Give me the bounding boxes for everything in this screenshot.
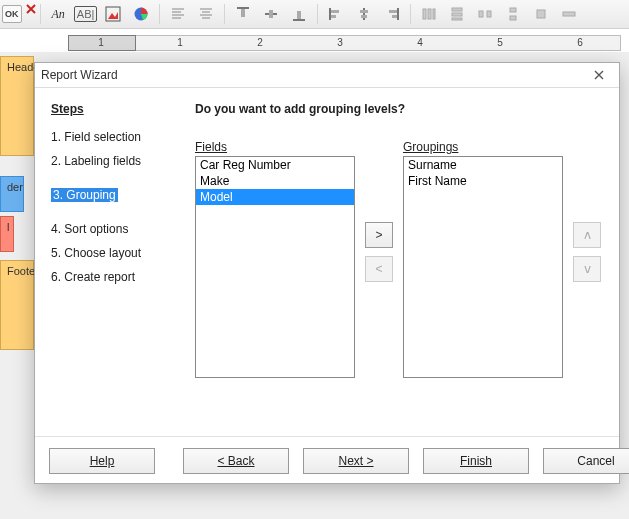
align-vcenter-icon[interactable]	[259, 2, 283, 26]
ruler-tick: 3	[337, 37, 343, 48]
align-hcenter-icon[interactable]	[352, 2, 376, 26]
band-page-footer[interactable]: Footer	[0, 260, 34, 350]
svg-rect-34	[510, 8, 516, 12]
groupings-listbox[interactable]: SurnameFirst Name	[403, 156, 563, 378]
ok-icon[interactable]: OK	[2, 5, 22, 23]
image-placeholder-icon[interactable]	[101, 2, 125, 26]
next-button[interactable]: Next >	[303, 448, 409, 474]
wizard-step[interactable]: 2. Labeling fields	[51, 154, 173, 168]
dist-2-icon[interactable]	[445, 2, 469, 26]
ruler-tick: 2	[257, 37, 263, 48]
wizard-step[interactable]: 1. Field selection	[51, 130, 173, 144]
steps-pane: Steps 1. Field selection2. Labeling fiel…	[35, 88, 185, 436]
dist-4-icon[interactable]	[501, 2, 525, 26]
move-down-button[interactable]: ᴠ	[573, 256, 601, 282]
svg-rect-31	[452, 18, 462, 20]
field-item[interactable]: Model	[196, 189, 354, 205]
close-button[interactable]	[585, 66, 613, 84]
svg-rect-27	[428, 9, 431, 19]
svg-rect-35	[510, 16, 516, 20]
report-wizard-dialog: Report Wizard Steps 1. Field selection2.…	[34, 62, 620, 484]
field-item[interactable]: Car Reg Number	[196, 157, 354, 173]
dist-3-icon[interactable]	[473, 2, 497, 26]
ruler-tick: 1	[177, 37, 183, 48]
band-page-header[interactable]: Header	[0, 56, 34, 156]
svg-rect-30	[452, 13, 462, 16]
wizard-step[interactable]: 5. Choose layout	[51, 246, 173, 260]
svg-rect-37	[563, 12, 575, 16]
svg-rect-26	[423, 9, 426, 19]
groupings-label: Groupings	[403, 140, 563, 154]
svg-rect-21	[360, 10, 368, 13]
svg-rect-24	[389, 10, 397, 13]
dialog-footer: Help < Back Next > Finish Cancel	[35, 436, 619, 485]
fields-label: Fields	[195, 140, 355, 154]
align-right-edge-icon[interactable]	[380, 2, 404, 26]
wizard-main-pane: Do you want to add grouping levels? Fiel…	[185, 88, 619, 436]
align-left-edge-icon[interactable]	[324, 2, 348, 26]
svg-rect-16	[297, 11, 301, 19]
finish-button[interactable]: Finish	[423, 448, 529, 474]
svg-rect-36	[537, 10, 545, 18]
ruler-tick: 1	[98, 37, 104, 48]
svg-rect-33	[487, 11, 491, 17]
dialog-titlebar: Report Wizard	[35, 63, 619, 88]
fields-column: Fields Car Reg NumberMakeModel	[195, 140, 355, 378]
cancel-button[interactable]: Cancel	[543, 448, 629, 474]
remove-grouping-button[interactable]: <	[365, 256, 393, 282]
grouping-item[interactable]: Surname	[404, 157, 562, 173]
wizard-step[interactable]: 4. Sort options	[51, 222, 173, 236]
ruler-tick: 6	[577, 37, 583, 48]
svg-rect-14	[269, 10, 273, 18]
svg-rect-29	[452, 8, 462, 11]
svg-rect-18	[331, 10, 339, 13]
ruler-tick: 5	[497, 37, 503, 48]
dist-6-icon[interactable]	[557, 2, 581, 26]
svg-rect-12	[241, 9, 245, 17]
ruler: 1 1 2 3 4 5 6	[0, 29, 629, 54]
svg-rect-25	[392, 15, 397, 18]
text-field-icon[interactable]: AB|	[74, 6, 98, 22]
add-grouping-button[interactable]: >	[365, 222, 393, 248]
align-bottom-icon[interactable]	[287, 2, 311, 26]
ruler-tick: 4	[417, 37, 423, 48]
wizard-step[interactable]: 3. Grouping	[51, 188, 118, 202]
main-toolbar: OK An AB|	[0, 0, 629, 29]
align-top-icon[interactable]	[231, 2, 255, 26]
close-x-icon[interactable]	[26, 3, 34, 25]
dialog-title: Report Wizard	[41, 68, 585, 82]
paragraph-lines-2-icon[interactable]	[194, 2, 218, 26]
move-up-button[interactable]: ᴧ	[573, 222, 601, 248]
field-item[interactable]: Make	[196, 173, 354, 189]
pie-chart-icon[interactable]	[129, 2, 153, 26]
paragraph-lines-1-icon[interactable]	[166, 2, 190, 26]
back-button[interactable]: < Back	[183, 448, 289, 474]
dist-1-icon[interactable]	[417, 2, 441, 26]
dist-5-icon[interactable]	[529, 2, 553, 26]
wizard-question: Do you want to add grouping levels?	[195, 102, 605, 116]
band-group-header[interactable]: der	[0, 176, 24, 212]
wizard-step[interactable]: 6. Create report	[51, 270, 173, 284]
groupings-column: Groupings SurnameFirst Name	[403, 140, 563, 378]
grouping-item[interactable]: First Name	[404, 173, 562, 189]
band-detail[interactable]: l	[0, 216, 14, 252]
svg-marker-1	[108, 12, 118, 19]
svg-rect-28	[433, 9, 435, 19]
svg-rect-19	[331, 15, 336, 18]
help-button[interactable]: Help	[49, 448, 155, 474]
svg-rect-22	[361, 15, 367, 18]
steps-heading: Steps	[51, 102, 173, 116]
svg-rect-32	[479, 11, 483, 17]
fields-listbox[interactable]: Car Reg NumberMakeModel	[195, 156, 355, 378]
font-italic-icon[interactable]: An	[47, 2, 70, 26]
